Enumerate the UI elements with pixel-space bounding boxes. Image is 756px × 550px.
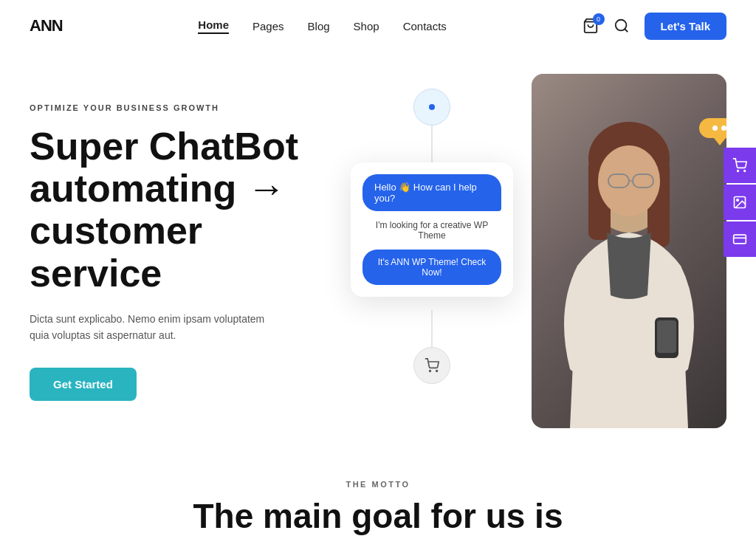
chat-bubble-bottom <box>413 347 450 384</box>
get-started-button[interactable]: Get Started <box>30 368 137 401</box>
search-button[interactable] <box>611 15 633 37</box>
svg-point-1 <box>615 20 626 31</box>
svg-line-2 <box>625 29 628 32</box>
sidebar-tab-image[interactable] <box>724 185 756 220</box>
search-icon <box>614 18 630 34</box>
header-actions: 0 Let's Talk <box>583 13 726 40</box>
chat-cart-icon <box>425 358 439 373</box>
hero-image <box>532 74 726 428</box>
sidebar-tab-cart[interactable] <box>724 148 756 183</box>
right-sidebar <box>724 148 756 257</box>
person-silhouette <box>532 89 726 428</box>
sidebar-image-icon <box>732 195 747 210</box>
hero-description: Dicta sunt explicabo. Nemo enim ipsam vo… <box>30 311 266 344</box>
sidebar-cart-icon <box>732 158 747 173</box>
chat-dot <box>429 104 435 110</box>
chat-user-msg: I'm looking for a creative WP Theme <box>362 220 501 241</box>
svg-point-18 <box>737 199 739 202</box>
logo[interactable]: ANN <box>30 16 63 35</box>
nav-blog[interactable]: Blog <box>308 20 330 32</box>
motto-title: The main goal for us is <box>30 498 726 535</box>
nav-pages[interactable]: Pages <box>252 20 284 32</box>
sidebar-tab-card[interactable] <box>724 221 756 257</box>
svg-rect-14 <box>657 320 676 353</box>
bottom-section: THE MOTTO The main goal for us is <box>0 450 756 543</box>
nav-home[interactable]: Home <box>198 18 229 34</box>
svg-point-3 <box>430 371 431 372</box>
chat-line-top <box>432 126 433 162</box>
hero-subtitle: OPTIMIZE YOUR BUSINESS GROWTH <box>30 103 340 112</box>
hero-section: OPTIMIZE YOUR BUSINESS GROWTH Super Chat… <box>0 52 756 450</box>
chat-window: Hello 👋 How can I help you? I'm looking … <box>351 162 513 297</box>
motto-label: THE MOTTO <box>30 480 726 489</box>
nav-shop[interactable]: Shop <box>354 20 379 32</box>
svg-point-15 <box>738 171 739 172</box>
chat-bot-reply: It's ANN WP Theme! Check Now! <box>362 250 501 285</box>
lets-talk-button[interactable]: Let's Talk <box>645 13 726 40</box>
hero-title: Super ChatBot automating → customer serv… <box>30 126 340 295</box>
hero-left: OPTIMIZE YOUR BUSINESS GROWTH Super Chat… <box>30 74 340 428</box>
site-header: ANN Home Pages Blog Shop Contacts 0 Let'… <box>0 0 756 52</box>
nav-contacts[interactable]: Contacts <box>403 20 447 32</box>
speech-bubble <box>699 118 726 138</box>
chat-bubble-top <box>413 89 450 126</box>
hero-chat-area: Hello 👋 How can I help you? I'm looking … <box>340 74 524 428</box>
main-nav: Home Pages Blog Shop Contacts <box>198 18 447 34</box>
sidebar-card-icon <box>732 232 747 247</box>
cart-badge: 0 <box>593 13 605 25</box>
svg-point-4 <box>436 371 438 372</box>
svg-point-16 <box>744 171 746 172</box>
chat-greeting: Hello 👋 How can I help you? <box>362 174 501 211</box>
svg-rect-19 <box>734 235 746 244</box>
cart-button[interactable]: 0 <box>583 18 599 34</box>
